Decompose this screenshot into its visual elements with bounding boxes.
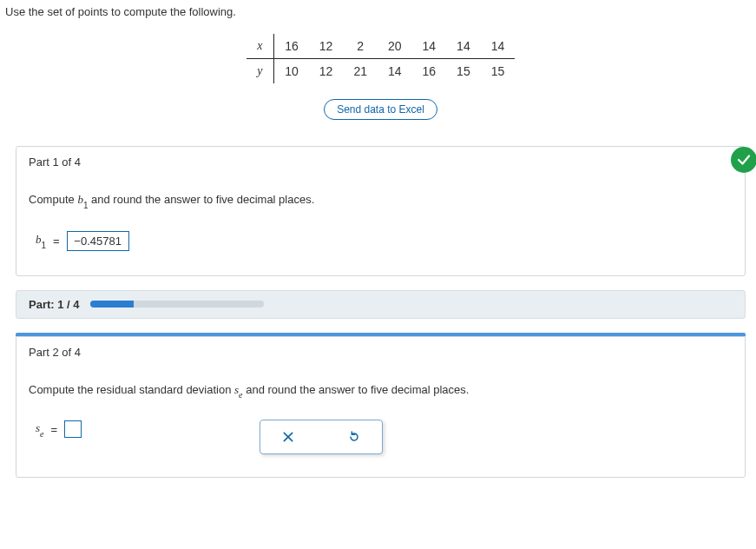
answer-button-row <box>260 420 383 454</box>
part1-header: Part 1 of 4 <box>16 147 745 177</box>
progress-row: Part: 1 / 4 <box>16 290 746 319</box>
close-icon <box>281 430 295 444</box>
x-cell: 20 <box>378 34 412 59</box>
var-b: b <box>77 193 83 206</box>
part2-answer-row: se = <box>36 420 733 438</box>
equals-sign: = <box>53 235 60 248</box>
progress-label: Part: 1 / 4 <box>29 298 80 311</box>
reset-button[interactable] <box>337 427 371 446</box>
part2-header: Part 2 of 4 <box>16 337 745 367</box>
y-cell: 21 <box>343 59 378 84</box>
y-cell: 16 <box>412 59 447 84</box>
text: Compute <box>29 193 77 206</box>
undo-icon <box>347 430 361 444</box>
se-answer-input[interactable] <box>64 420 82 438</box>
text: Compute the residual standard deviation <box>29 383 234 396</box>
send-to-excel-button[interactable]: Send data to Excel <box>324 99 437 120</box>
part1-card: Part 1 of 4 Compute b1 and round the ans… <box>16 146 746 276</box>
y-cell: 15 <box>446 59 481 84</box>
y-cell: 10 <box>274 59 309 84</box>
text: and round the answer to five decimal pla… <box>88 193 314 206</box>
data-table: x 16 12 2 20 14 14 14 y 10 12 21 14 16 1… <box>247 34 516 83</box>
part1-instruction: Compute b1 and round the answer to five … <box>29 193 733 208</box>
question-prompt: Use the set of points to compute the fol… <box>5 5 756 18</box>
var-b: b <box>36 233 42 246</box>
progress-fill <box>90 301 134 308</box>
clear-button[interactable] <box>271 427 306 446</box>
part2-card: Part 2 of 4 Compute the residual standar… <box>16 336 746 478</box>
answer-label: se <box>36 421 44 437</box>
y-cell: 14 <box>378 59 412 84</box>
sub-e: e <box>40 429 43 439</box>
x-cell: 16 <box>274 34 309 59</box>
x-cell: 14 <box>412 34 447 59</box>
y-cell: 12 <box>309 59 344 84</box>
part2-accent-bar <box>16 333 746 336</box>
y-cell: 15 <box>481 59 516 84</box>
equals-sign: = <box>51 423 58 436</box>
row-label-x: x <box>247 34 274 59</box>
x-cell: 2 <box>343 34 378 59</box>
progress-track <box>90 301 264 308</box>
correct-badge <box>731 147 756 173</box>
data-table-wrap: x 16 12 2 20 14 14 14 y 10 12 21 14 16 1… <box>5 34 756 83</box>
b1-answer-input[interactable] <box>67 231 129 251</box>
x-cell: 14 <box>481 34 516 59</box>
table-row: y 10 12 21 14 16 15 15 <box>247 59 516 84</box>
text: and round the answer to five decimal pla… <box>243 383 470 396</box>
sub-1: 1 <box>83 201 89 210</box>
x-cell: 14 <box>446 34 481 59</box>
table-row: x 16 12 2 20 14 14 14 <box>247 34 516 59</box>
sub-e: e <box>239 390 242 400</box>
answer-label: b1 <box>36 233 46 248</box>
part1-answer-row: b1 = <box>36 231 733 251</box>
check-icon <box>736 152 752 168</box>
part2-instruction: Compute the residual standard deviation … <box>29 383 733 399</box>
x-cell: 12 <box>309 34 344 59</box>
sub-1: 1 <box>42 241 47 250</box>
row-label-y: y <box>247 59 274 84</box>
